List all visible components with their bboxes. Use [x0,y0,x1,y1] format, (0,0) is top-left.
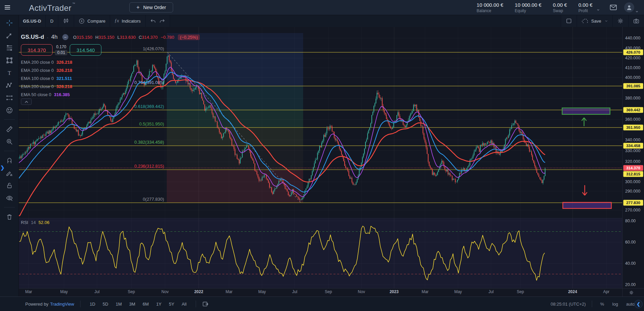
range-selector: 1D5D1M3M6M1Y5YAll [87,300,190,308]
clock-label[interactable]: 08:25:01 (UTC+2) [551,302,586,307]
compare-button[interactable]: Compare [74,15,110,27]
quote-panel: 314.370 0.170 0.01 314.540 [21,44,101,56]
axis-options: 08:25:01 (UTC+2) % log auto ❮ [551,300,644,308]
stop-zone-box[interactable] [563,202,611,208]
legend-symbol[interactable]: GS.US-d [21,34,44,40]
emoji-tool-button[interactable] [3,104,15,116]
undo-button[interactable] [150,18,156,24]
time-axis-settings-button[interactable] [629,290,634,295]
fib-retracement-tool-button[interactable] [3,41,15,54]
time-tick-label: Mar [422,289,429,294]
ema-legend-row[interactable]: EMA 200 close 0326.218 [21,66,72,74]
stat-equity: 10 000.00 €Equity [515,2,541,13]
top-icons [609,2,639,12]
trend-line-tool-button[interactable] [3,29,15,41]
interval-label: D [50,19,53,24]
tool-group-divider [4,207,15,207]
drawing-tools-rail: T [0,15,19,297]
buy-button[interactable]: 314.540 [70,44,101,56]
xabcd-pattern-tool-button[interactable] [3,79,15,91]
range-3m-button[interactable]: 3M [126,300,138,308]
collapse-panel-button[interactable]: ❮ [634,300,643,308]
redo-button[interactable] [159,18,165,24]
range-1d-button[interactable]: 1D [87,300,98,308]
ema-legend-row[interactable]: EMA 50 close 0316.385 [21,90,72,98]
trend-line-icon [6,32,13,39]
price-tick-label: 300.000 [625,179,640,184]
bottom-bar: Powered by TradingView 1D5D1M3M6M1Y5YAll… [0,296,644,311]
percent-scale-button[interactable]: % [600,302,604,307]
range-1y-button[interactable]: 1Y [153,300,165,308]
gear-icon [629,290,634,295]
legend-collapse-button[interactable] [21,98,32,105]
snapshot-button[interactable] [629,15,644,27]
svg-text:369.442: 369.442 [626,108,640,112]
rsi-period: 14 [31,220,36,225]
crosshair-tool-button[interactable] [3,17,15,29]
ema-legend-row[interactable]: EMA 100 close 0321.511 [21,74,72,82]
hide-all-tool-button[interactable] [3,192,15,204]
range-1m-button[interactable]: 1M [112,300,125,308]
up-arrow-annotation [582,118,586,126]
chevron-down-icon [605,19,608,23]
interval-button[interactable]: D [46,15,58,27]
compare-icon [78,18,85,24]
go-to-date-button[interactable] [202,301,209,307]
undo-redo-group [146,15,170,27]
forecast-tool-button[interactable] [3,91,15,104]
range-all-button[interactable]: All [179,300,189,308]
ema-legend-row[interactable]: EMA 200 close 0326.218 [21,58,72,66]
layer-zones [167,33,303,203]
range-5d-button[interactable]: 5D [100,300,111,308]
time-tick-label: Sep [128,289,135,294]
sell-button[interactable]: 314.370 [21,44,53,56]
time-tick-label: Jul [488,289,493,294]
ruler-tool-button[interactable] [3,123,15,135]
zoom-in-tool-button[interactable] [3,135,15,148]
watchlist-expand-chevron[interactable]: ❯ [0,165,5,171]
log-scale-button[interactable]: log [612,302,618,307]
layer-ann [562,108,611,208]
tradingview-link[interactable]: TradingView [50,302,74,307]
high-value: 315.150 [98,35,114,40]
change-percent-badge: (−0.25%) [178,34,200,40]
svg-text:T: T [8,70,11,76]
settings-button[interactable] [613,15,628,27]
indicators-button[interactable]: ƒx Indicators [110,15,145,27]
legend-collapse-chip[interactable]: − [62,34,68,40]
chevron-down-icon[interactable] [597,8,600,11]
save-label: Save [591,19,601,24]
range-5y-button[interactable]: 5Y [166,300,178,308]
chart-style-button[interactable] [58,15,74,27]
new-order-button[interactable]: + New Order [129,2,173,12]
save-button[interactable]: Save [577,15,612,27]
text-tool-button[interactable]: T [3,66,15,79]
rsi-tick-label: 40.00 [625,261,636,266]
layout-icon [566,18,572,24]
svg-text:314.370: 314.370 [626,166,640,170]
remove-all-tool-button[interactable] [3,210,15,223]
range-6m-button[interactable]: 6M [140,300,152,308]
symbol-label: GS.US-D [23,19,41,24]
lock-all-tool-button[interactable] [3,179,15,192]
time-tick-label: May [60,289,68,294]
hamburger-icon [4,4,11,11]
chart-canvas[interactable]: 1(426.070)0.764(391.085)0.618(369.442)0.… [19,27,644,297]
price-tick-label: 400.000 [625,75,640,80]
layout-button[interactable] [561,15,577,27]
shapes-tool-button[interactable] [3,54,15,66]
drawing-lock-tool-button[interactable] [3,167,15,179]
messages-button[interactable] [609,3,617,11]
tool-group-divider [4,119,15,120]
target-zone-box[interactable] [562,108,610,114]
symbol-button[interactable]: GS.US-D [19,15,45,27]
rsi-legend[interactable]: RSI 14 52.06 [21,220,50,225]
price-tick-label: 270.000 [625,208,640,213]
shapes-icon [6,57,13,64]
menu-button[interactable] [0,0,15,15]
top-bar: ActivTrader™ + New Order 10 000.00 €Bala… [0,0,644,15]
svg-text:351.950: 351.950 [626,125,640,130]
account-menu-button[interactable] [624,2,639,12]
ema-legend-row[interactable]: EMA 200 close 0326.218 [21,82,72,90]
magnet-tool-button[interactable] [3,154,15,167]
